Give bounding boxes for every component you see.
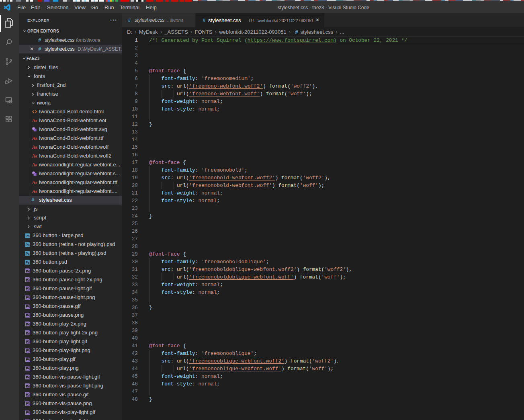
svg-text:A: A — [35, 154, 38, 158]
svg-text:A: A — [35, 145, 38, 150]
svg-text:A: A — [35, 190, 38, 194]
svg-text:A: A — [35, 163, 38, 167]
svg-text:Ps: Ps — [25, 243, 30, 247]
svg-text:Ps: Ps — [25, 260, 30, 264]
svg-text:Ps: Ps — [25, 252, 30, 256]
svg-text:A: A — [35, 137, 38, 141]
svg-text:A: A — [35, 181, 38, 185]
svg-text:A: A — [35, 119, 38, 123]
svg-text:Ps: Ps — [25, 234, 30, 238]
